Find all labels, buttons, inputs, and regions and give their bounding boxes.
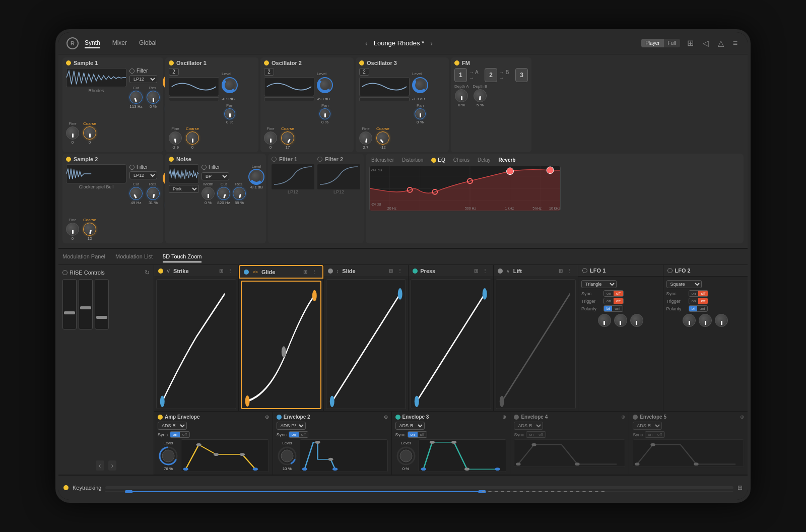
amp-env-sync-off[interactable]: off [180,432,189,437]
slide-grid-icon[interactable]: ⊞ [387,268,394,274]
full-mode-button[interactable]: Full [664,39,680,47]
osc2-power[interactable] [264,60,269,65]
sample2-cut-knob[interactable] [129,187,143,200]
fm-depth-a-knob[interactable] [455,89,468,102]
sample1-filter-select[interactable]: LP12HP12BP12 [129,75,157,83]
lfo1-polarity-bi[interactable]: bi [604,306,612,311]
lfo2-sync-off[interactable]: off [698,291,708,296]
fx-tab-reverb[interactable]: Reverb [497,156,518,164]
env5-sync-on[interactable]: on [645,432,655,437]
alert-icon[interactable]: △ [716,37,726,49]
lfo1-polarity-uni[interactable]: uni [612,306,623,311]
filter1-power[interactable] [272,157,277,162]
strike-more-icon[interactable]: ⋮ [226,268,234,274]
s2-coarse-knob[interactable] [83,223,96,236]
env3-sync-on[interactable]: on [408,432,418,437]
rise-power[interactable] [62,270,68,275]
osc1-level-knob[interactable] [222,77,238,93]
noise-power[interactable] [169,157,174,162]
lfo1-trigger-on[interactable]: on [604,298,614,304]
rise-slider-1[interactable] [62,279,77,329]
glide-more-icon[interactable]: ⋮ [310,269,318,275]
noise-res-knob[interactable] [233,187,246,200]
sample1-res-knob[interactable] [147,91,160,104]
tab-synth[interactable]: Synth [85,38,100,48]
next-preset-button[interactable]: › [430,39,433,47]
fx-tab-distortion[interactable]: Distortion [400,156,425,164]
lfo1-trigger-off[interactable]: off [614,298,623,304]
s2-fine-knob[interactable] [66,223,79,236]
lfo2-trigger-on[interactable]: on [689,298,699,304]
osc1-octave[interactable]: 2 [169,68,179,76]
mod-tab-list[interactable]: Modulation List [115,251,153,262]
lfo2-phase-knob[interactable] [715,314,728,327]
osc3-pan-knob[interactable] [415,108,426,119]
lfo1-sync-on[interactable]: on [604,291,614,296]
lfo2-trigger-off[interactable]: off [698,298,708,304]
env4-type-select[interactable]: ADS-R [514,422,543,430]
lfo2-type-select[interactable]: Square [666,280,702,288]
osc3-fine-knob[interactable] [359,131,372,145]
fx-tab-delay[interactable]: Delay [476,156,493,164]
filter2-power[interactable] [317,157,322,162]
keytrack-bar[interactable] [105,486,733,489]
noise-cut-knob[interactable] [217,187,230,200]
lfo2-polarity-bi[interactable]: bi [689,306,697,311]
lfo1-type-select[interactable]: Triangle [581,280,617,288]
lift-more-icon[interactable]: ⋮ [566,268,574,274]
env2-sync-on[interactable]: on [289,432,299,437]
lfo1-phase-knob[interactable] [630,314,643,327]
osc2-pan-knob[interactable] [319,108,330,119]
sample2-power[interactable] [66,157,71,162]
osc1-coarse-knob[interactable] [186,131,199,145]
press-more-icon[interactable]: ⋮ [481,268,489,274]
rise-slider-3[interactable] [95,279,109,329]
lift-grid-icon[interactable]: ⊞ [557,268,564,274]
tab-global[interactable]: Global [139,38,157,48]
env4-sync-on[interactable]: on [526,432,536,437]
osc1-fine-knob[interactable] [169,131,182,145]
menu-icon[interactable]: ≡ [731,38,740,49]
env4-sync-off[interactable]: off [536,432,546,437]
fm-box1[interactable]: 1 [454,68,467,82]
noise-width-knob[interactable] [202,187,215,200]
fm-box3[interactable]: 3 [515,68,528,82]
env5-type-select[interactable]: ADS-R [633,422,662,430]
lfo2-depth-knob[interactable] [699,314,712,327]
strike-grid-icon[interactable]: ⊞ [218,268,225,274]
env2-sync-off[interactable]: off [299,432,308,437]
tab-mixer[interactable]: Mixer [112,38,127,48]
sound-icon[interactable]: ◁ [701,37,711,49]
lfo2-polarity-uni[interactable]: uni [697,306,708,311]
lfo2-rate-knob[interactable] [683,314,696,327]
osc3-octave[interactable]: 2 [359,68,369,76]
rise-slider-2[interactable] [79,279,93,329]
osc2-fine-knob[interactable] [264,131,277,145]
noise-filter-power[interactable] [202,165,207,170]
player-mode-button[interactable]: Player [641,39,663,47]
noise-filter-select[interactable]: BP [202,172,229,180]
prev-preset-button[interactable]: ‹ [365,39,368,47]
env3-sync-off[interactable]: off [418,432,427,437]
env2-copy-icon[interactable]: ⊕ [384,414,388,420]
eq-power[interactable] [431,158,436,163]
env5-copy-icon[interactable]: ⊕ [740,414,744,420]
glide-grid-icon[interactable]: ⊞ [302,269,309,275]
env5-sync-off[interactable]: off [655,432,664,437]
rise-next-btn[interactable]: › [108,460,117,471]
s1-coarse-knob[interactable] [83,126,96,140]
osc3-coarse-knob[interactable] [376,131,389,145]
env4-copy-icon[interactable]: ⊕ [621,414,625,420]
sample1-filter-power[interactable] [129,69,135,74]
osc1-power[interactable] [169,60,174,65]
amp-env-copy-icon[interactable]: ⊕ [265,414,269,420]
env3-copy-icon[interactable]: ⊕ [502,414,506,420]
slide-more-icon[interactable]: ⋮ [396,268,404,274]
mod-tab-5d[interactable]: 5D Touch Zoom [163,251,202,262]
osc2-level-knob[interactable] [317,77,333,93]
osc1-type-select[interactable] [169,97,219,101]
sample2-filter-power[interactable] [129,165,135,170]
sample1-power[interactable] [66,60,71,65]
rise-settings-icon[interactable]: ↻ [145,269,150,276]
fm-depth-b-knob[interactable] [474,89,487,102]
